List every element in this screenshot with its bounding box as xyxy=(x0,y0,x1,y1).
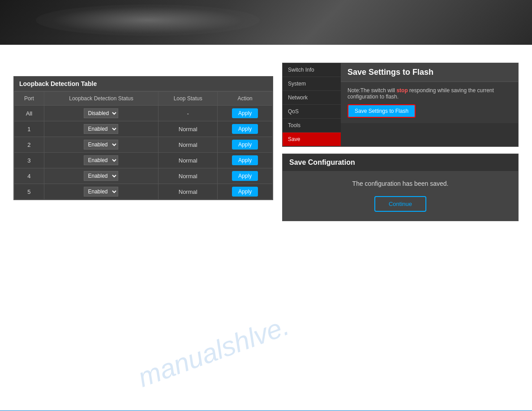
status-select[interactable]: EnabledDisabled xyxy=(84,124,118,134)
apply-button[interactable]: Apply xyxy=(232,187,258,197)
table-row: AllDisabledEnabled-Apply xyxy=(14,106,273,121)
cell-loop-status: Normal xyxy=(159,168,218,184)
right-panel: Switch Info System Network QoS Tools Sav… xyxy=(282,63,519,221)
header-banner xyxy=(0,0,532,45)
cell-action: Apply xyxy=(218,121,273,137)
cell-port: 3 xyxy=(14,153,44,168)
table-row: 4EnabledDisabledNormalApply xyxy=(14,168,273,184)
cell-port: 1 xyxy=(14,121,44,137)
table-row: 1EnabledDisabledNormalApply xyxy=(14,121,273,137)
save-note-stop: stop xyxy=(396,87,408,94)
table-row: 2EnabledDisabledNormalApply xyxy=(14,137,273,153)
save-note-prefix: Note:The switch will xyxy=(348,87,396,94)
left-panel: Loopback Detection Table Port Loopback D… xyxy=(13,63,273,221)
save-flash-button[interactable]: Save Settings to Flash xyxy=(348,104,416,118)
sidebar-item-tools[interactable]: Tools xyxy=(283,119,341,133)
apply-button[interactable]: Apply xyxy=(232,155,258,165)
sidebar-item-switch-info[interactable]: Switch Info xyxy=(283,63,341,77)
status-select[interactable]: DisabledEnabled xyxy=(84,108,118,118)
apply-button[interactable]: Apply xyxy=(232,171,258,181)
save-settings-body: Note:The switch will stop responding whi… xyxy=(341,82,518,123)
cell-loop-status: Normal xyxy=(159,137,218,153)
cell-status: EnabledDisabled xyxy=(44,153,158,168)
save-settings-layout: Switch Info System Network QoS Tools Sav… xyxy=(283,63,518,146)
apply-button[interactable]: Apply xyxy=(232,108,258,118)
detection-table: Port Loopback Detection Status Loop Stat… xyxy=(14,91,273,200)
cell-action: Apply xyxy=(218,153,273,168)
col-header-status: Loopback Detection Status xyxy=(44,92,158,106)
sidebar-item-save[interactable]: Save xyxy=(283,133,341,146)
apply-button[interactable]: Apply xyxy=(232,124,258,134)
save-settings-title: Save Settings to Flash xyxy=(341,63,518,82)
sidebar-nav: Switch Info System Network QoS Tools Sav… xyxy=(283,63,341,146)
watermark: manualshlve. xyxy=(134,310,293,394)
cell-port: 2 xyxy=(14,137,44,153)
cell-action: Apply xyxy=(218,137,273,153)
status-select[interactable]: EnabledDisabled xyxy=(84,140,118,150)
table-row: 3EnabledDisabledNormalApply xyxy=(14,153,273,168)
save-config-dialog: Save Configuration The configuration has… xyxy=(282,154,519,221)
sidebar-item-network[interactable]: Network xyxy=(283,91,341,105)
save-config-message: The configuration has been saved. xyxy=(292,180,509,187)
save-note: Note:The switch will stop responding whi… xyxy=(348,87,511,100)
sidebar-item-qos[interactable]: QoS xyxy=(283,105,341,119)
cell-loop-status: Normal xyxy=(159,121,218,137)
cell-action: Apply xyxy=(218,184,273,200)
apply-button[interactable]: Apply xyxy=(232,140,258,150)
col-header-port: Port xyxy=(14,92,44,106)
continue-button[interactable]: Continue xyxy=(374,196,426,212)
status-select[interactable]: EnabledDisabled xyxy=(84,155,118,165)
col-header-loop: Loop Status xyxy=(159,92,218,106)
table-title: Loopback Detection Table xyxy=(14,77,273,91)
cell-status: EnabledDisabled xyxy=(44,137,158,153)
cell-loop-status: - xyxy=(159,106,218,121)
cell-action: Apply xyxy=(218,106,273,121)
cell-status: DisabledEnabled xyxy=(44,106,158,121)
save-config-title: Save Configuration xyxy=(283,154,518,171)
loopback-detection-table: Loopback Detection Table Port Loopback D… xyxy=(13,76,273,200)
cell-port: 4 xyxy=(14,168,44,184)
table-row: 5EnabledDisabledNormalApply xyxy=(14,184,273,200)
status-select[interactable]: EnabledDisabled xyxy=(84,171,118,181)
col-header-action: Action xyxy=(218,92,273,106)
cell-status: EnabledDisabled xyxy=(44,168,158,184)
cell-action: Apply xyxy=(218,168,273,184)
save-settings-panel: Switch Info System Network QoS Tools Sav… xyxy=(282,63,519,147)
save-settings-content: Save Settings to Flash Note:The switch w… xyxy=(341,63,518,146)
sidebar-item-system[interactable]: System xyxy=(283,77,341,91)
cell-loop-status: Normal xyxy=(159,153,218,168)
cell-loop-status: Normal xyxy=(159,184,218,200)
cell-port: All xyxy=(14,106,44,121)
cell-status: EnabledDisabled xyxy=(44,184,158,200)
cell-status: EnabledDisabled xyxy=(44,121,158,137)
cell-port: 5 xyxy=(14,184,44,200)
status-select[interactable]: EnabledDisabled xyxy=(84,187,118,197)
